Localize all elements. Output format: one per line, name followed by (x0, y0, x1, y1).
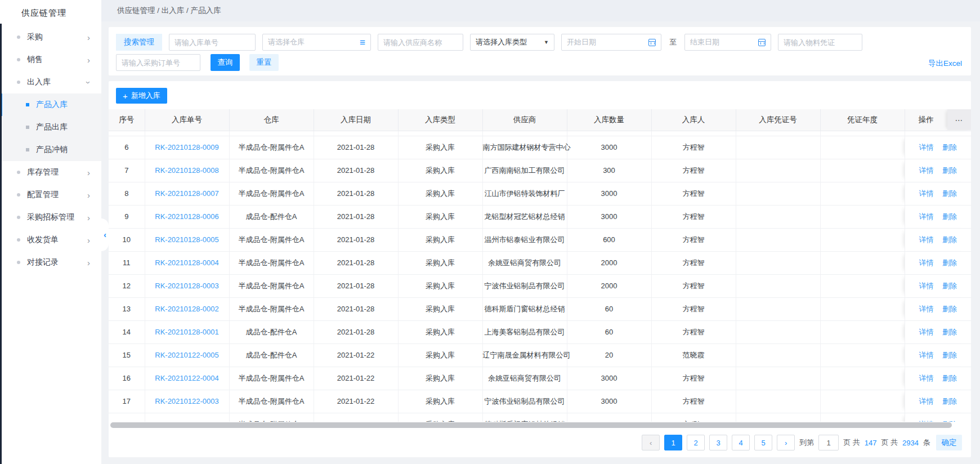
sidebar-item[interactable]: 库存管理 › (0, 161, 101, 184)
sidebar-item-label: 采购 (27, 32, 43, 42)
sidebar-subitem[interactable]: 产品出库 (0, 116, 101, 139)
detail-link[interactable]: 详情 (919, 420, 933, 422)
delete-link[interactable]: 删除 (942, 143, 957, 151)
sidebar-collapse-toggle[interactable]: ‹ (101, 218, 109, 251)
detail-link[interactable]: 详情 (919, 328, 933, 336)
delete-link[interactable]: 删除 (942, 166, 957, 175)
sidebar-item-label: 库存管理 (27, 167, 59, 177)
delete-link[interactable]: 删除 (942, 374, 957, 382)
next-page-button[interactable]: › (777, 435, 795, 450)
detail-link[interactable]: 详情 (919, 143, 933, 151)
cell-voucher-year (820, 228, 905, 251)
cell-supplier: 龙铝型材冠艺铝材总经销 (482, 205, 567, 228)
sidebar-subitem[interactable]: 产品入库 (0, 93, 101, 116)
search-manage-tab[interactable]: 搜索管理 (116, 34, 162, 51)
goto-label: 到第 (799, 438, 814, 448)
delete-link[interactable]: 删除 (942, 258, 957, 267)
col-date: 入库日期 (314, 109, 398, 131)
bullet-icon (17, 216, 20, 219)
delete-link[interactable]: 删除 (942, 328, 957, 336)
start-date-input[interactable]: 开始日期 (561, 34, 661, 51)
sidebar-item[interactable]: 采购招标管理 › (0, 206, 101, 229)
delete-link[interactable]: 删除 (942, 351, 957, 359)
sidebar-item[interactable]: 收发货单 › (0, 229, 101, 251)
delete-link[interactable]: 删除 (942, 235, 957, 244)
delete-link[interactable]: 删除 (942, 397, 957, 405)
cell-order-no-link[interactable]: RK-20210128-0001 (145, 320, 229, 343)
sidebar-item[interactable]: 对接记录 › (0, 251, 101, 274)
add-inbound-button[interactable]: + 新增入库 (116, 88, 167, 104)
warehouse-select[interactable]: 请选择仓库 ≡ (262, 34, 371, 51)
material-voucher-input[interactable] (778, 34, 862, 51)
goto-page-input[interactable] (818, 435, 839, 450)
page-number-button[interactable]: 1 (664, 435, 682, 450)
inbound-order-no-input[interactable] (169, 34, 256, 51)
query-button[interactable]: 查询 (211, 54, 240, 71)
cell-order-no-link[interactable]: RK-20210122-0005 (145, 343, 229, 367)
cell-order-no-link[interactable]: RK-20210122-0003 (145, 390, 229, 413)
cell-seq: 14 (109, 320, 145, 343)
purchase-order-no-input[interactable] (116, 54, 200, 71)
detail-link[interactable]: 详情 (919, 166, 933, 175)
cell-order-no-link[interactable]: RK-20210128-0008 (145, 159, 229, 182)
inbound-type-select[interactable]: 请选择入库类型 ▼ (470, 34, 554, 51)
delete-link[interactable]: 删除 (942, 212, 957, 221)
detail-link[interactable]: 详情 (919, 189, 933, 198)
cell-order-no-link[interactable]: RK-20210128-0007 (145, 182, 229, 205)
col-supplier: 供应商 (482, 109, 567, 131)
sidebar-subitem[interactable]: 产品冲销 (0, 139, 101, 161)
supplier-name-input[interactable] (378, 34, 463, 51)
horizontal-scrollbar[interactable] (110, 422, 952, 428)
delete-link[interactable]: 删除 (942, 282, 957, 290)
detail-link[interactable]: 详情 (919, 397, 933, 405)
delete-link[interactable]: 删除 (942, 420, 957, 422)
table-header-row: 序号 入库单号 仓库 入库日期 入库类型 供应商 入库数量 入库人 入库凭证号 … (109, 109, 971, 131)
prev-page-button[interactable]: ‹ (642, 435, 660, 450)
detail-link[interactable]: 详情 (919, 305, 933, 313)
sidebar-item-label: 对接记录 (27, 257, 59, 267)
cell-order-no-link[interactable]: RK-20210128-0009 (145, 136, 229, 159)
cell-order-no-link[interactable]: RK-20210128-0002 (145, 297, 229, 320)
end-date-input[interactable]: 结束日期 (684, 34, 771, 51)
table-row: 7 RK-20210128-0008 半成品仓-附属件仓A 2021-01-28… (109, 159, 971, 182)
reset-button[interactable]: 重置 (249, 54, 279, 71)
page-number-button[interactable]: 3 (709, 435, 727, 450)
sidebar-item-label: 收发货单 (27, 235, 59, 245)
cell-order-no-link[interactable]: RK-20210122-0004 (145, 367, 229, 390)
cell-voucher-no (736, 182, 820, 205)
cell-type: 采购入库 (398, 343, 482, 367)
chevron-right-icon: › (87, 33, 90, 42)
sidebar-item-expanded[interactable]: 出入库 › (0, 71, 101, 93)
delete-link[interactable]: 删除 (942, 189, 957, 198)
cell-voucher-year (820, 274, 905, 297)
confirm-page-button[interactable]: 确定 (936, 435, 962, 450)
cell-order-no-link[interactable]: RK-20210128-0005 (145, 228, 229, 251)
cell-voucher-year (820, 182, 905, 205)
cell-qty: 3000 (567, 205, 651, 228)
cell-voucher-year (820, 343, 905, 367)
calendar-icon (648, 39, 656, 46)
page-number-button[interactable]: 5 (754, 435, 772, 450)
detail-link[interactable]: 详情 (919, 258, 933, 267)
cell-order-no-link[interactable]: RK-20210122-0002 (145, 413, 229, 422)
breadcrumb: 供应链管理 / 出入库 / 产品入库 (101, 0, 980, 21)
detail-link[interactable]: 详情 (919, 374, 933, 382)
cell-supplier: 宁波伟业铝制品有限公司 (482, 390, 567, 413)
detail-link[interactable]: 详情 (919, 212, 933, 221)
delete-link[interactable]: 删除 (942, 305, 957, 313)
sidebar-item[interactable]: 采购 › (0, 26, 101, 48)
sidebar-item[interactable]: 配置管理 › (0, 184, 101, 206)
cell-order-no-link[interactable]: RK-20210128-0004 (145, 251, 229, 274)
column-settings-icon[interactable]: ⋯ (947, 109, 971, 130)
sidebar-item[interactable]: 销售 › (0, 48, 101, 71)
detail-link[interactable]: 详情 (919, 282, 933, 290)
export-excel-link[interactable]: 导出Excel (928, 59, 962, 69)
cell-order-no-link[interactable]: RK-20210128-0003 (145, 274, 229, 297)
cell-type: 采购入库 (398, 136, 482, 159)
pagination: ‹ 1 2 3 4 5 › 到第 页 共 147 (642, 435, 962, 450)
page-number-button[interactable]: 4 (732, 435, 750, 450)
detail-link[interactable]: 详情 (919, 351, 933, 359)
detail-link[interactable]: 详情 (919, 235, 933, 244)
page-number-button[interactable]: 2 (687, 435, 705, 450)
cell-order-no-link[interactable]: RK-20210128-0006 (145, 205, 229, 228)
